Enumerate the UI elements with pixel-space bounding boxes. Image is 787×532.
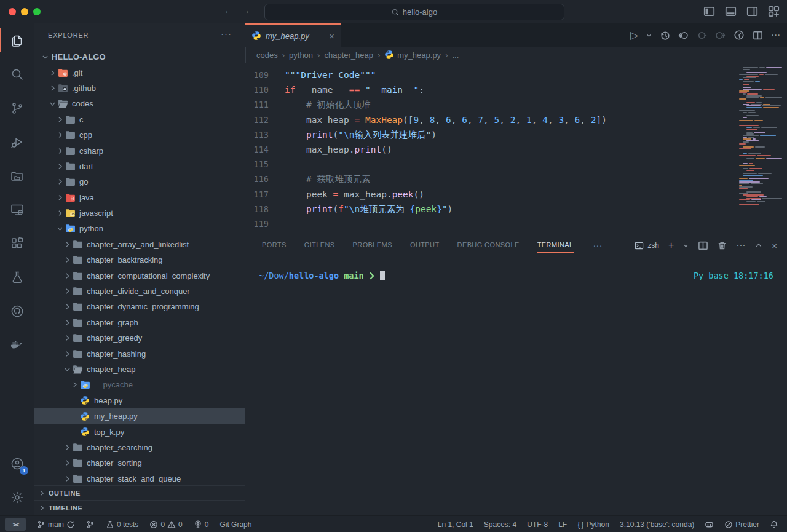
tree-item-python[interactable]: python — [34, 221, 245, 236]
tree-item-chapter_sorting[interactable]: chapter_sorting — [34, 455, 245, 470]
tree-item-.git[interactable]: .git — [34, 65, 245, 80]
panel-tab-debug-console[interactable]: DEBUG CONSOLE — [457, 239, 520, 252]
panel-tabs-more[interactable]: ··· — [593, 240, 603, 250]
status-git-branch[interactable]: main — [37, 520, 75, 529]
toggle-panel-icon[interactable] — [725, 6, 737, 17]
timeline-section[interactable]: TIMELINE — [34, 500, 245, 515]
terminal-instance[interactable]: zsh — [635, 241, 659, 250]
kill-terminal-icon[interactable] — [718, 241, 727, 250]
new-terminal-icon[interactable]: + — [668, 240, 674, 251]
outline-section[interactable]: OUTLINE — [34, 485, 245, 501]
toggle-secondary-sidebar-icon[interactable] — [746, 6, 758, 17]
command-center-search[interactable]: hello-algo — [264, 4, 564, 20]
customize-layout-icon[interactable] — [768, 6, 780, 17]
minimize-window-button[interactable] — [21, 8, 28, 15]
close-panel-icon[interactable]: × — [772, 240, 777, 251]
tree-item-cpp[interactable]: cpp — [34, 127, 245, 143]
split-editor-icon[interactable] — [753, 30, 763, 41]
status-git-graph-branch[interactable] — [86, 520, 95, 529]
tree-item-chapter_hashing[interactable]: chapter_hashing — [34, 346, 245, 361]
tree-item-chapter_array_and_linkedlist[interactable]: chapter_array_and_linkedlist — [34, 237, 245, 252]
status-encoding[interactable]: UTF-8 — [527, 520, 548, 529]
breadcrumb-item-codes[interactable]: codes — [256, 50, 278, 60]
panel-tab-output[interactable]: OUTPUT — [409, 239, 440, 252]
go-forward-icon[interactable] — [715, 30, 726, 41]
panel-tab-ports[interactable]: PORTS — [261, 239, 287, 252]
tree-item-java[interactable]: java — [34, 190, 245, 205]
tree-item-chapter_computational_complexity[interactable]: chapter_computational_complexity — [34, 268, 245, 283]
tree-item-codes[interactable]: codes — [34, 96, 245, 111]
tree-item-chapter_stack_and_queue[interactable]: chapter_stack_and_queue — [34, 471, 245, 486]
tree-item-javascript[interactable]: JSjavascript — [34, 205, 245, 221]
tree-item-.github[interactable]: .github — [34, 81, 245, 96]
tree-item-c[interactable]: c — [34, 112, 245, 127]
activity-settings[interactable] — [0, 480, 34, 514]
tree-item-csharp[interactable]: csharp — [34, 143, 245, 158]
tree-item-chapter_heap[interactable]: chapter_heap — [34, 362, 245, 377]
run-icon[interactable]: ▷ — [630, 30, 638, 41]
status-git-graph[interactable]: Git Graph — [219, 520, 251, 529]
tree-item-heap.py[interactable]: heap.py — [34, 393, 245, 408]
breadcrumb-item-...[interactable]: ... — [452, 50, 459, 60]
activity-testing[interactable] — [0, 260, 34, 294]
forward-arrow-icon[interactable]: → — [241, 5, 250, 15]
activity-run-and-debug[interactable] — [0, 125, 34, 159]
panel-tab-problems[interactable]: PROBLEMS — [352, 239, 393, 252]
maximize-panel-icon[interactable] — [755, 242, 762, 249]
activity-explorer[interactable] — [0, 23, 34, 57]
tree-item-dart[interactable]: dart — [34, 159, 245, 174]
tree-item-chapter_searching[interactable]: chapter_searching — [34, 440, 245, 455]
status-tests[interactable]: 0 tests — [106, 520, 138, 529]
nav-dot-icon[interactable] — [697, 30, 707, 41]
breadcrumb-item-my_heap.py[interactable]: my_heap.py — [384, 50, 441, 60]
status-cursor-position[interactable]: Ln 1, Col 1 — [438, 520, 473, 529]
activity-accounts[interactable]: 1 — [0, 447, 34, 480]
minimap[interactable] — [738, 64, 782, 207]
tree-item-go[interactable]: go — [34, 174, 245, 189]
run-profile-icon[interactable] — [734, 30, 745, 41]
go-back-icon[interactable] — [678, 30, 689, 41]
tree-item-my_heap.py[interactable]: my_heap.py — [34, 408, 245, 424]
panel-tab-terminal[interactable]: TERMINAL — [537, 239, 574, 253]
status-problems[interactable]: 00 — [149, 520, 182, 529]
activity-remote-explorer[interactable] — [0, 193, 34, 226]
status-ports[interactable]: 0 — [194, 520, 209, 529]
status-prettier[interactable]: Prettier — [724, 520, 759, 529]
status-copilot[interactable] — [705, 520, 714, 529]
code-editor[interactable]: 109"""Driver Code"""110if __name__ == "_… — [245, 63, 787, 232]
more-actions-icon[interactable]: ⋯ — [771, 30, 781, 41]
breadcrumb-item-chapter_heap[interactable]: chapter_heap — [324, 50, 373, 60]
close-window-button[interactable] — [9, 8, 16, 15]
terminal-dropdown-icon[interactable] — [683, 243, 689, 248]
status-notifications[interactable] — [770, 520, 778, 529]
more-icon[interactable]: ⋯ — [736, 240, 746, 251]
tree-item-chapter_dynamic_programming[interactable]: chapter_dynamic_programming — [34, 299, 245, 314]
split-terminal-icon[interactable] — [698, 240, 708, 251]
panel-tab-gitlens[interactable]: GITLENS — [304, 239, 336, 252]
run-dropdown-icon[interactable] — [646, 33, 652, 38]
tree-item-chapter_greedy[interactable]: chapter_greedy — [34, 330, 245, 346]
activity-extensions[interactable] — [0, 226, 34, 260]
tree-item-chapter_backtracking[interactable]: chapter_backtracking — [34, 252, 245, 268]
status-python-interpreter[interactable]: 3.10.13 ('base': conda) — [620, 520, 694, 529]
close-tab-icon[interactable]: × — [329, 31, 334, 41]
status-language-mode[interactable]: { }Python — [577, 520, 609, 529]
status-indentation[interactable]: Spaces: 4 — [484, 520, 516, 529]
toggle-primary-sidebar-icon[interactable] — [703, 6, 715, 17]
back-arrow-icon[interactable]: ← — [224, 5, 233, 15]
tree-item-__pycache__[interactable]: __pycache__ — [34, 377, 245, 392]
breadcrumb-item-python[interactable]: python — [289, 50, 313, 60]
tree-item-top_k.py[interactable]: top_k.py — [34, 424, 245, 439]
tree-item-chapter_divide_and_conquer[interactable]: chapter_divide_and_conquer — [34, 284, 245, 299]
zoom-window-button[interactable] — [33, 8, 41, 15]
tab-my_heap.py[interactable]: my_heap.py × — [245, 23, 341, 47]
tree-item-HELLO-ALGO[interactable]: HELLO-ALGO — [34, 49, 245, 65]
status-eol[interactable]: LF — [558, 520, 567, 529]
activity-file-submodule[interactable] — [0, 159, 34, 193]
tree-item-chapter_graph[interactable]: chapter_graph — [34, 315, 245, 330]
activity-source-control[interactable] — [0, 91, 34, 125]
activity-github[interactable] — [0, 294, 34, 328]
timeline-history-icon[interactable] — [660, 30, 670, 41]
status-remote-indicator[interactable]: >< — [5, 518, 26, 531]
activity-search[interactable] — [0, 57, 34, 91]
